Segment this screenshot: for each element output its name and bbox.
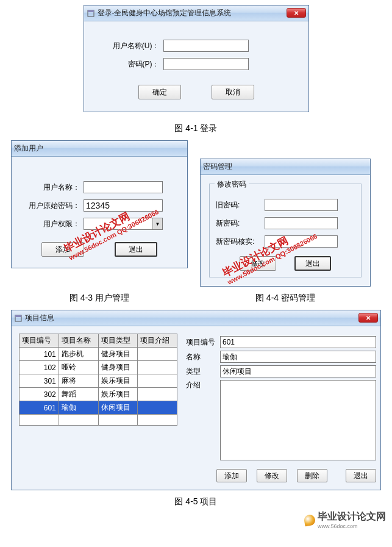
table-row[interactable]: 101 跑步机 健身项目: [20, 348, 177, 361]
login-caption: 图 4-1 登录: [0, 123, 392, 134]
oldpwd-input[interactable]: [265, 199, 338, 211]
confirmpwd-input[interactable]: [265, 235, 338, 248]
newpwd-label: 新密码:: [216, 218, 265, 229]
table-row[interactable]: 301 麻将 娱乐项目: [20, 374, 177, 388]
table-row[interactable]: 302 舞蹈 娱乐项目: [20, 388, 177, 401]
adduser-add-button[interactable]: 添加: [41, 242, 84, 257]
adduser-pwd-input[interactable]: [84, 199, 163, 212]
pwdmgr-titlebar: 密码管理: [201, 159, 370, 175]
login-title: 登录-全民健身中心场馆预定管理信息系统: [98, 8, 232, 18]
project-window: 项目信息 ✕ 项目编号 项目名称 项目类型 项目介绍: [11, 310, 381, 490]
project-title: 项目信息: [25, 313, 54, 323]
adduser-window: 添加用户 用户名称： 用户原始密码： 用户权限： ▼ 添加 退出: [11, 140, 188, 268]
oldpwd-label: 旧密码:: [216, 200, 265, 210]
adduser-pwd-label: 用户原始密码：: [23, 201, 84, 211]
svg-rect-1: [88, 10, 94, 12]
detail-id-label: 项目编号: [186, 337, 216, 348]
close-button[interactable]: ✕: [358, 313, 378, 323]
table-header-row: 项目编号 项目名称 项目类型 项目介绍: [20, 334, 177, 348]
detail-name-label: 名称: [186, 352, 216, 362]
adduser-exit-button[interactable]: 退出: [115, 242, 157, 257]
project-delete-button[interactable]: 删除: [297, 469, 327, 482]
pwdmgr-caption: 图 4-4 密码管理: [200, 293, 371, 304]
pwdmgr-window: 密码管理 修改密码 旧密码: 新密码: 新密码核实: 修改: [200, 159, 371, 287]
project-titlebar: 项目信息 ✕: [12, 310, 380, 326]
table-row[interactable]: 601 瑜伽 休闲项目: [20, 401, 177, 415]
footer-logo: 毕业设计论文网 www.56doc.com: [304, 510, 386, 529]
table-row: [20, 415, 177, 426]
table-row[interactable]: 102 哑铃 健身项目: [20, 361, 177, 374]
login-window: 登录-全民健身中心场馆预定管理信息系统 ✕ 用户名称(U)： 密码(P)： 确定…: [84, 5, 309, 112]
detail-type-input[interactable]: [220, 365, 376, 377]
project-table[interactable]: 项目编号 项目名称 项目类型 项目介绍 101 跑步机 健身项目: [19, 334, 177, 426]
pwdmgr-title: 密码管理: [203, 162, 232, 172]
pwdmgr-modify-button[interactable]: 修改: [240, 256, 276, 271]
chevron-down-icon: ▼: [152, 218, 162, 229]
project-modify-button[interactable]: 修改: [257, 469, 287, 482]
change-pwd-group: 修改密码 旧密码: 新密码: 新密码核实: 修改 退出: [209, 184, 362, 277]
pwdmgr-exit-button[interactable]: 退出: [294, 256, 331, 271]
username-input[interactable]: [163, 40, 249, 52]
adduser-caption: 图 4-3 用户管理: [11, 293, 188, 304]
detail-intro-textarea[interactable]: [220, 380, 376, 460]
password-input[interactable]: [163, 58, 249, 70]
adduser-priv-label: 用户权限：: [23, 219, 84, 229]
cancel-button[interactable]: 取消: [212, 85, 254, 99]
newpwd-input[interactable]: [265, 217, 338, 229]
adduser-priv-select[interactable]: ▼: [84, 218, 163, 230]
svg-rect-3: [15, 315, 21, 317]
confirmpwd-label: 新密码核实:: [216, 237, 265, 247]
adduser-name-input[interactable]: [84, 181, 163, 193]
window-icon: [14, 314, 23, 323]
adduser-titlebar: 添加用户: [12, 141, 187, 157]
close-button[interactable]: ✕: [287, 8, 306, 18]
select-value: [84, 218, 152, 229]
group-title: 修改密码: [215, 179, 249, 190]
project-caption: 图 4-5 项目: [0, 496, 392, 507]
password-label: 密码(P)：: [102, 59, 163, 70]
project-exit-button[interactable]: 退出: [346, 469, 376, 482]
detail-id-input[interactable]: [220, 336, 376, 348]
adduser-name-label: 用户名称：: [23, 182, 84, 193]
detail-name-input[interactable]: [220, 351, 376, 363]
username-label: 用户名称(U)：: [102, 41, 163, 51]
window-icon: [87, 9, 95, 18]
detail-type-label: 类型: [186, 366, 216, 377]
adduser-title: 添加用户: [14, 143, 43, 154]
login-titlebar: 登录-全民健身中心场馆预定管理信息系统 ✕: [84, 5, 308, 21]
detail-intro-label: 介绍: [186, 380, 216, 390]
logo-icon: [304, 513, 316, 526]
project-add-button[interactable]: 添加: [216, 469, 247, 482]
ok-button[interactable]: 确定: [138, 85, 181, 99]
